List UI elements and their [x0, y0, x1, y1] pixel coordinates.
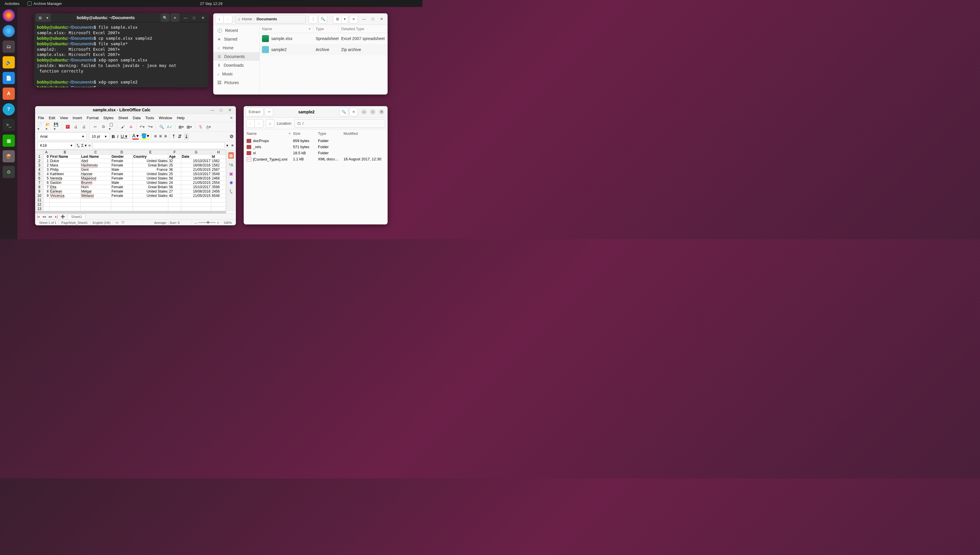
- sidebar-item-music[interactable]: ♪Music: [213, 70, 259, 78]
- align-center-button[interactable]: ≡: [159, 134, 162, 139]
- insert-mode-icon[interactable]: ▭: [116, 221, 118, 225]
- bold-button[interactable]: B: [112, 134, 115, 139]
- font-size-select[interactable]: 10 pt▾: [89, 133, 109, 140]
- extract-button[interactable]: Extract: [246, 107, 263, 116]
- kebab-menu[interactable]: ⋮: [308, 15, 317, 24]
- gallery-icon[interactable]: ▣: [229, 172, 233, 176]
- prev-sheet-icon[interactable]: ◂◂: [42, 215, 46, 219]
- menu-edit[interactable]: Edit: [49, 116, 55, 120]
- cell[interactable]: [80, 207, 111, 211]
- cell[interactable]: Magwood: [80, 176, 111, 180]
- row-header[interactable]: 11: [35, 198, 43, 202]
- align-bottom-button[interactable]: ⤓: [184, 133, 189, 140]
- sidebar-item-starred[interactable]: ★Starred: [213, 35, 259, 43]
- column-header[interactable]: A: [43, 150, 50, 154]
- menu-insert[interactable]: Insert: [72, 116, 82, 120]
- cell[interactable]: 2587: [211, 167, 226, 172]
- sidebar-toggle-icon[interactable]: ≡: [231, 143, 233, 148]
- column-type[interactable]: Type: [317, 130, 342, 136]
- cell[interactable]: [168, 202, 181, 207]
- cell[interactable]: Melgar: [80, 189, 111, 193]
- activities-button[interactable]: Activities: [2, 2, 22, 6]
- autofilter-icon[interactable]: A̲▾: [206, 124, 211, 129]
- cell[interactable]: 3598: [211, 185, 226, 189]
- dock-rhythmbox[interactable]: 🔊: [3, 56, 15, 69]
- cell[interactable]: 16/08/2016: [181, 163, 211, 167]
- maximize-button[interactable]: □: [191, 15, 197, 20]
- cell[interactable]: Mara: [49, 163, 80, 167]
- cell[interactable]: First Name: [49, 154, 80, 159]
- functions-icon[interactable]: fx: [230, 189, 233, 194]
- sort-icon[interactable]: ⇅: [198, 124, 203, 129]
- cell[interactable]: Philip: [49, 167, 80, 172]
- cell[interactable]: Great Britain: [133, 185, 168, 189]
- cell[interactable]: [133, 198, 168, 202]
- highlight-button[interactable]: 🪣▾: [141, 133, 149, 140]
- paste-icon[interactable]: 📋▾: [109, 124, 114, 129]
- cell[interactable]: 6548: [211, 193, 226, 198]
- archive-row[interactable]: </>[Content_Types].xml 1.1 kB XML docu… …: [246, 156, 386, 162]
- dock-software[interactable]: A: [3, 88, 15, 100]
- cell[interactable]: 24: [168, 180, 181, 185]
- dock-calc[interactable]: ▦: [3, 135, 15, 147]
- row-header[interactable]: 3: [35, 163, 43, 167]
- copy-icon[interactable]: ⧉: [101, 124, 106, 129]
- horizontal-scrollbar[interactable]: [35, 211, 226, 213]
- font-name-select[interactable]: Arial▾: [37, 133, 87, 140]
- cell[interactable]: United States: [133, 193, 168, 198]
- cell[interactable]: Last Name: [80, 154, 111, 159]
- last-sheet-icon[interactable]: ▸|: [55, 215, 58, 219]
- menu-format[interactable]: Format: [87, 116, 99, 120]
- cell[interactable]: Kathleen: [49, 172, 80, 176]
- sheet-tab[interactable]: Sheet1: [68, 214, 85, 220]
- cell[interactable]: 27: [168, 189, 181, 193]
- cell[interactable]: Female: [111, 176, 133, 180]
- print-preview-icon[interactable]: 🖨: [81, 124, 87, 129]
- cell[interactable]: United States: [133, 176, 168, 180]
- cell[interactable]: 40: [168, 193, 181, 198]
- cell[interactable]: [43, 198, 50, 202]
- column-header[interactable]: C: [80, 150, 111, 154]
- row-header[interactable]: 1: [35, 154, 43, 159]
- cell[interactable]: 58: [168, 176, 181, 180]
- cell[interactable]: 4: [43, 172, 50, 176]
- redo-icon[interactable]: ↷▾: [148, 124, 153, 129]
- cell[interactable]: [111, 207, 133, 211]
- print-icon[interactable]: 🖨: [73, 124, 78, 129]
- cell[interactable]: [211, 207, 226, 211]
- align-left-button[interactable]: ≡: [154, 134, 157, 139]
- cell[interactable]: 15/10/2017: [181, 185, 211, 189]
- file-row[interactable]: sample2 Archive Zip archive: [260, 44, 387, 55]
- close-button[interactable]: ✕: [227, 107, 232, 112]
- cell[interactable]: Female: [111, 189, 133, 193]
- dock-terminal[interactable]: >_: [3, 119, 15, 131]
- cell[interactable]: 8: [43, 189, 50, 193]
- terminal-output[interactable]: bobby@ubuntu:~/Documents$ file sample.xl…: [34, 22, 209, 87]
- undo-icon[interactable]: ↶▾: [140, 124, 145, 129]
- align-top-button[interactable]: ⤒: [172, 134, 175, 139]
- minimize-button[interactable]: —: [183, 15, 188, 20]
- archive-row[interactable]: xl 18.5 kB Folder: [246, 150, 386, 156]
- hamburger-menu[interactable]: ≡: [170, 13, 179, 22]
- cell[interactable]: Hanner: [80, 172, 111, 176]
- cell[interactable]: [49, 198, 80, 202]
- cell[interactable]: 16/08/2016: [181, 189, 211, 193]
- clone-formatting-icon[interactable]: 🖌: [120, 124, 125, 129]
- cell[interactable]: 3: [43, 167, 50, 172]
- cell[interactable]: 25: [168, 172, 181, 176]
- file-row[interactable]: sample.xlsx Spreadsheet Excel 2007 sprea…: [260, 33, 387, 44]
- cell[interactable]: Gaston: [49, 180, 80, 185]
- cell[interactable]: United States: [133, 172, 168, 176]
- cell[interactable]: Hurn: [80, 185, 111, 189]
- save-icon[interactable]: 💾▾: [54, 124, 59, 129]
- cell[interactable]: [49, 202, 80, 207]
- cell[interactable]: Gent: [80, 167, 111, 172]
- cell[interactable]: Male: [111, 180, 133, 185]
- maximize-button[interactable]: □: [218, 107, 224, 112]
- dock-trash[interactable]: ♻: [3, 166, 15, 178]
- cell[interactable]: Male: [111, 167, 133, 172]
- column-icon[interactable]: ▦▾: [186, 124, 192, 129]
- signature-icon[interactable]: 🛡: [121, 221, 124, 225]
- row-header[interactable]: 10: [35, 193, 43, 198]
- view-menu[interactable]: ▾: [342, 15, 348, 24]
